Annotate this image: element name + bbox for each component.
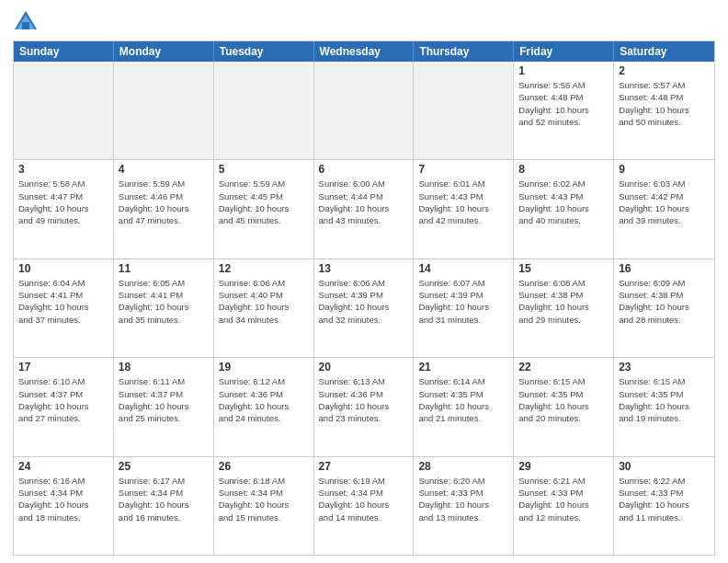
calendar-cell-r0c4 [414,62,514,159]
cell-info: Sunrise: 6:01 AMSunset: 4:43 PMDaylight:… [418,178,508,226]
day-number: 26 [219,460,309,473]
day-number: 8 [518,163,609,176]
day-number: 27 [319,460,409,473]
cell-info: Sunrise: 6:07 AMSunset: 4:39 PMDaylight:… [418,277,508,326]
cell-info: Sunrise: 6:12 AMSunset: 4:36 PMDaylight:… [219,375,309,424]
calendar-cell-r0c6: 2Sunrise: 5:57 AMSunset: 4:48 PMDaylight… [614,62,714,159]
calendar-cell-r1c4: 7Sunrise: 6:01 AMSunset: 4:43 PMDaylight… [414,160,514,258]
cell-info: Sunrise: 5:59 AMSunset: 4:46 PMDaylight:… [119,178,209,226]
day-number: 17 [18,361,108,373]
cell-info: Sunrise: 6:13 AMSunset: 4:36 PMDaylight:… [319,375,409,424]
cell-info: Sunrise: 6:11 AMSunset: 4:37 PMDaylight:… [119,375,209,424]
cell-info: Sunrise: 5:57 AMSunset: 4:48 PMDaylight:… [619,79,710,128]
cell-info: Sunrise: 6:15 AMSunset: 4:35 PMDaylight:… [619,375,710,424]
weekday-header-wednesday: Wednesday [314,41,415,62]
cell-info: Sunrise: 6:15 AMSunset: 4:35 PMDaylight:… [518,375,609,424]
day-number: 22 [518,361,609,373]
calendar-cell-r2c5: 15Sunrise: 6:08 AMSunset: 4:38 PMDayligh… [514,259,614,357]
day-number: 29 [518,460,609,473]
header [13,9,715,35]
day-number: 4 [119,163,209,176]
day-number: 18 [119,361,209,373]
day-number: 28 [418,460,508,473]
day-number: 23 [619,361,710,373]
calendar-cell-r2c1: 11Sunrise: 6:05 AMSunset: 4:41 PMDayligh… [114,259,214,357]
calendar-cell-r2c6: 16Sunrise: 6:09 AMSunset: 4:38 PMDayligh… [614,259,714,357]
day-number: 21 [418,361,508,373]
calendar-row-4: 24Sunrise: 6:16 AMSunset: 4:34 PMDayligh… [14,457,714,555]
cell-info: Sunrise: 6:06 AMSunset: 4:40 PMDaylight:… [219,277,309,326]
calendar-cell-r3c2: 19Sunrise: 6:12 AMSunset: 4:36 PMDayligh… [214,358,314,455]
day-number: 25 [119,460,209,473]
calendar-cell-r0c3 [314,62,415,159]
cell-info: Sunrise: 6:20 AMSunset: 4:33 PMDaylight:… [418,475,508,523]
calendar-cell-r2c3: 13Sunrise: 6:06 AMSunset: 4:39 PMDayligh… [314,259,415,357]
day-number: 19 [219,361,309,373]
calendar-cell-r2c0: 10Sunrise: 6:04 AMSunset: 4:41 PMDayligh… [14,259,114,357]
day-number: 2 [619,64,710,77]
day-number: 1 [518,64,609,77]
calendar-body: 1Sunrise: 5:56 AMSunset: 4:48 PMDaylight… [14,62,714,555]
cell-info: Sunrise: 6:04 AMSunset: 4:41 PMDaylight:… [18,277,108,326]
logo [13,9,42,35]
day-number: 5 [219,163,309,176]
calendar-cell-r3c1: 18Sunrise: 6:11 AMSunset: 4:37 PMDayligh… [114,358,214,455]
cell-info: Sunrise: 6:09 AMSunset: 4:38 PMDaylight:… [619,277,710,326]
day-number: 11 [119,262,209,275]
calendar-cell-r0c2 [214,62,314,159]
calendar-cell-r3c6: 23Sunrise: 6:15 AMSunset: 4:35 PMDayligh… [614,358,714,455]
cell-info: Sunrise: 6:02 AMSunset: 4:43 PMDaylight:… [518,178,609,226]
cell-info: Sunrise: 6:17 AMSunset: 4:34 PMDaylight:… [119,475,209,523]
calendar: SundayMondayTuesdayWednesdayThursdayFrid… [13,40,715,556]
page: SundayMondayTuesdayWednesdayThursdayFrid… [0,0,728,563]
cell-info: Sunrise: 6:14 AMSunset: 4:35 PMDaylight:… [418,375,508,424]
calendar-cell-r4c6: 30Sunrise: 6:22 AMSunset: 4:33 PMDayligh… [614,457,714,555]
calendar-row-3: 17Sunrise: 6:10 AMSunset: 4:37 PMDayligh… [14,358,714,456]
cell-info: Sunrise: 6:08 AMSunset: 4:38 PMDaylight:… [518,277,609,326]
calendar-cell-r1c5: 8Sunrise: 6:02 AMSunset: 4:43 PMDaylight… [514,160,614,258]
calendar-cell-r3c3: 20Sunrise: 6:13 AMSunset: 4:36 PMDayligh… [314,358,415,455]
cell-info: Sunrise: 6:00 AMSunset: 4:44 PMDaylight:… [319,178,409,226]
cell-info: Sunrise: 5:58 AMSunset: 4:47 PMDaylight:… [18,178,108,226]
day-number: 6 [319,163,409,176]
calendar-cell-r3c0: 17Sunrise: 6:10 AMSunset: 4:37 PMDayligh… [14,358,114,455]
calendar-row-0: 1Sunrise: 5:56 AMSunset: 4:48 PMDaylight… [14,62,714,160]
calendar-cell-r1c0: 3Sunrise: 5:58 AMSunset: 4:47 PMDaylight… [14,160,114,258]
day-number: 9 [619,163,710,176]
logo-icon [13,9,39,35]
day-number: 13 [319,262,409,275]
day-number: 14 [418,262,508,275]
day-number: 24 [18,460,108,473]
cell-info: Sunrise: 6:06 AMSunset: 4:39 PMDaylight:… [319,277,409,326]
calendar-cell-r4c4: 28Sunrise: 6:20 AMSunset: 4:33 PMDayligh… [414,457,514,555]
calendar-row-1: 3Sunrise: 5:58 AMSunset: 4:47 PMDaylight… [14,160,714,259]
calendar-cell-r1c6: 9Sunrise: 6:03 AMSunset: 4:42 PMDaylight… [614,160,714,258]
day-number: 15 [518,262,609,275]
calendar-cell-r4c2: 26Sunrise: 6:18 AMSunset: 4:34 PMDayligh… [214,457,314,555]
day-number: 12 [219,262,309,275]
calendar-cell-r4c1: 25Sunrise: 6:17 AMSunset: 4:34 PMDayligh… [114,457,214,555]
calendar-cell-r4c0: 24Sunrise: 6:16 AMSunset: 4:34 PMDayligh… [14,457,114,555]
day-number: 10 [18,262,108,275]
calendar-cell-r0c1 [114,62,214,159]
calendar-cell-r4c3: 27Sunrise: 6:19 AMSunset: 4:34 PMDayligh… [314,457,415,555]
calendar-cell-r3c5: 22Sunrise: 6:15 AMSunset: 4:35 PMDayligh… [514,358,614,455]
day-number: 3 [18,163,108,176]
cell-info: Sunrise: 5:56 AMSunset: 4:48 PMDaylight:… [518,79,609,128]
cell-info: Sunrise: 5:59 AMSunset: 4:45 PMDaylight:… [219,178,309,226]
cell-info: Sunrise: 6:22 AMSunset: 4:33 PMDaylight:… [619,475,710,523]
calendar-cell-r0c5: 1Sunrise: 5:56 AMSunset: 4:48 PMDaylight… [514,62,614,159]
calendar-row-2: 10Sunrise: 6:04 AMSunset: 4:41 PMDayligh… [14,259,714,358]
weekday-header-tuesday: Tuesday [214,41,314,62]
cell-info: Sunrise: 6:21 AMSunset: 4:33 PMDaylight:… [518,475,609,523]
cell-info: Sunrise: 6:18 AMSunset: 4:34 PMDaylight:… [219,475,309,523]
calendar-header: SundayMondayTuesdayWednesdayThursdayFrid… [14,41,714,62]
weekday-header-saturday: Saturday [614,41,714,62]
cell-info: Sunrise: 6:05 AMSunset: 4:41 PMDaylight:… [119,277,209,326]
weekday-header-thursday: Thursday [414,41,514,62]
calendar-cell-r1c2: 5Sunrise: 5:59 AMSunset: 4:45 PMDaylight… [214,160,314,258]
calendar-cell-r3c4: 21Sunrise: 6:14 AMSunset: 4:35 PMDayligh… [414,358,514,455]
calendar-cell-r2c4: 14Sunrise: 6:07 AMSunset: 4:39 PMDayligh… [414,259,514,357]
calendar-cell-r4c5: 29Sunrise: 6:21 AMSunset: 4:33 PMDayligh… [514,457,614,555]
day-number: 20 [319,361,409,373]
